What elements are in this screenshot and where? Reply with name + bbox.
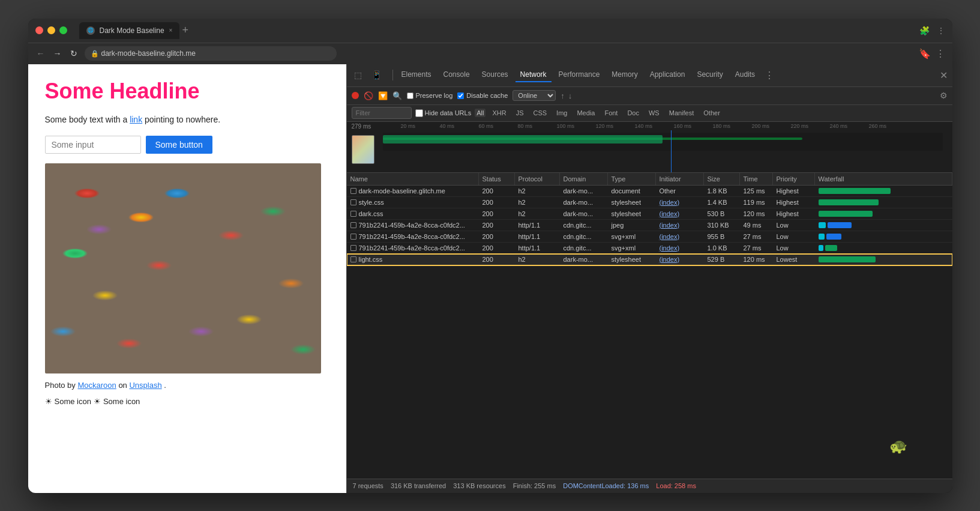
row3-type: stylesheet — [608, 208, 656, 219]
search-icon[interactable]: 🔍 — [392, 91, 402, 100]
filter-other[interactable]: Other — [700, 109, 723, 117]
tab-close-button[interactable]: × — [169, 27, 173, 34]
row7-initiator[interactable]: (index) — [656, 254, 704, 265]
waterfall-bar — [819, 256, 876, 262]
row2-initiator[interactable]: (index) — [656, 197, 704, 208]
row6-initiator[interactable]: (index) — [656, 243, 704, 253]
status-bar: 7 requests 316 KB transferred 313 KB res… — [347, 479, 952, 493]
some-input[interactable] — [45, 136, 141, 154]
table-row[interactable]: 791b2241-459b-4a2e-8cca-c0fdc2... 200 ht… — [347, 243, 952, 254]
more-options-icon[interactable]: ⋮ — [936, 48, 945, 59]
network-table[interactable]: Name Status Protocol Domain Type Initiat… — [347, 173, 952, 479]
filter-font[interactable]: Font — [601, 109, 621, 117]
tab-elements[interactable]: Elements — [397, 68, 436, 82]
row3-priority: Highest — [773, 208, 815, 219]
row7-type: stylesheet — [608, 254, 656, 265]
row2-status: 200 — [479, 197, 515, 208]
table-row[interactable]: style.css 200 h2 dark-mo... stylesheet (… — [347, 197, 952, 208]
filter-css[interactable]: CSS — [530, 109, 550, 117]
row1-waterfall — [815, 186, 952, 196]
body-link[interactable]: link — [130, 115, 142, 124]
network-toolbar: 🚫 🔽 🔍 Preserve log Disable cache Online … — [347, 87, 952, 105]
row3-initiator[interactable]: (index) — [656, 208, 704, 219]
filter-ws[interactable]: WS — [646, 109, 663, 117]
table-row[interactable]: dark-mode-baseline.glitch.me 200 h2 dark… — [347, 186, 952, 197]
table-row[interactable]: 791b2241-459b-4a2e-8cca-c0fdc2... 200 ht… — [347, 220, 952, 231]
network-settings-icon[interactable]: ⚙ — [940, 91, 948, 100]
minimize-traffic-light[interactable] — [47, 26, 55, 34]
devtools-toolbar: ⬚ 📱 Elements Console Sources Network Per… — [347, 64, 952, 87]
tab-audits[interactable]: Audits — [730, 68, 760, 82]
close-traffic-light[interactable] — [35, 26, 43, 34]
row5-size: 955 B — [704, 231, 740, 242]
download-icon[interactable]: ↓ — [568, 91, 573, 100]
row2-domain: dark-mo... — [560, 197, 608, 208]
col-priority: Priority — [773, 173, 815, 185]
page-body-text: Some body text with a link pointing to n… — [45, 113, 329, 126]
unsplash-link[interactable]: Unsplash — [129, 381, 161, 390]
menu-icon[interactable]: ⋮ — [937, 26, 945, 35]
device-toolbar-icon[interactable]: 📱 — [369, 69, 384, 81]
filter-js[interactable]: JS — [513, 109, 527, 117]
row5-time: 27 ms — [740, 231, 773, 242]
file-icon — [350, 234, 356, 240]
clear-button[interactable]: 🚫 — [364, 91, 373, 100]
maximize-traffic-light[interactable] — [59, 26, 67, 34]
lock-icon: 🔒 — [91, 50, 99, 58]
mockaroon-link[interactable]: Mockaroon — [77, 381, 116, 390]
save-icon[interactable]: 🔖 — [919, 48, 931, 59]
tab-sources[interactable]: Sources — [477, 68, 513, 82]
row3-size: 530 B — [704, 208, 740, 219]
hide-data-urls-checkbox[interactable]: Hide data URLs — [415, 109, 472, 117]
preserve-log-checkbox[interactable]: Preserve log — [407, 92, 453, 99]
filter-media[interactable]: Media — [574, 109, 598, 117]
timeline-progress-bg — [383, 133, 943, 151]
row4-priority: Low — [773, 220, 815, 231]
tab-security[interactable]: Security — [692, 68, 727, 82]
filter-input[interactable] — [352, 107, 412, 119]
some-button[interactable]: Some button — [146, 136, 212, 154]
file-icon — [350, 222, 356, 228]
throttle-select[interactable]: Online Fast 3G Slow 3G Offline — [513, 90, 556, 101]
dom-content-loaded[interactable]: DOMContentLoaded: 136 ms — [563, 482, 649, 489]
new-tab-button[interactable]: + — [182, 24, 188, 37]
traffic-lights — [35, 26, 67, 34]
table-row[interactable]: 791b2241-459b-4a2e-8cca-c0fdc2... 200 ht… — [347, 231, 952, 243]
row6-protocol: http/1.1 — [515, 243, 560, 253]
devtools-close-button[interactable]: ✕ — [940, 70, 948, 81]
table-row[interactable]: dark.css 200 h2 dark-mo... stylesheet (i… — [347, 208, 952, 220]
tab-network[interactable]: Network — [516, 68, 552, 82]
back-button[interactable]: ← — [35, 47, 46, 59]
table-row-highlighted[interactable]: light.css 200 h2 dark-mo... stylesheet (… — [347, 254, 952, 265]
waterfall-teal-bar — [819, 245, 823, 251]
row6-size: 1.0 KB — [704, 243, 740, 253]
filter-img[interactable]: Img — [553, 109, 570, 117]
tab-console[interactable]: Console — [439, 68, 475, 82]
tab-memory[interactable]: Memory — [607, 68, 642, 82]
browser-tab[interactable]: 🌐 Dark Mode Baseline × — [79, 22, 180, 39]
waterfall-blue-bar — [826, 234, 841, 240]
upload-icon[interactable]: ↑ — [561, 91, 565, 100]
address-field[interactable]: 🔒 dark-mode-baseline.glitch.me — [85, 46, 337, 61]
tab-application[interactable]: Application — [645, 68, 690, 82]
forward-button[interactable]: → — [52, 47, 63, 59]
sun-icon-2: ☀ — [94, 397, 101, 406]
extensions-icon[interactable]: 🧩 — [919, 26, 930, 35]
row5-initiator[interactable]: (index) — [656, 231, 704, 242]
tab-performance[interactable]: Performance — [554, 68, 605, 82]
record-button[interactable] — [352, 92, 359, 99]
waterfall-teal-bar — [819, 234, 825, 240]
row2-waterfall — [815, 197, 952, 208]
filter-manifest[interactable]: Manifest — [666, 109, 697, 117]
row2-type: stylesheet — [608, 197, 656, 208]
row4-initiator[interactable]: (index) — [656, 220, 704, 231]
devtools-more-tabs[interactable]: ⋮ — [765, 70, 774, 81]
refresh-button[interactable]: ↻ — [69, 47, 79, 59]
filter-doc[interactable]: Doc — [624, 109, 642, 117]
inspect-element-icon[interactable]: ⬚ — [352, 69, 364, 81]
filter-xhr[interactable]: XHR — [489, 109, 509, 117]
page-icons-row: ☀ Some icon ☀ Some icon — [45, 397, 329, 406]
disable-cache-checkbox[interactable]: Disable cache — [457, 92, 508, 99]
row2-protocol: h2 — [515, 197, 560, 208]
filter-icon[interactable]: 🔽 — [378, 91, 388, 100]
